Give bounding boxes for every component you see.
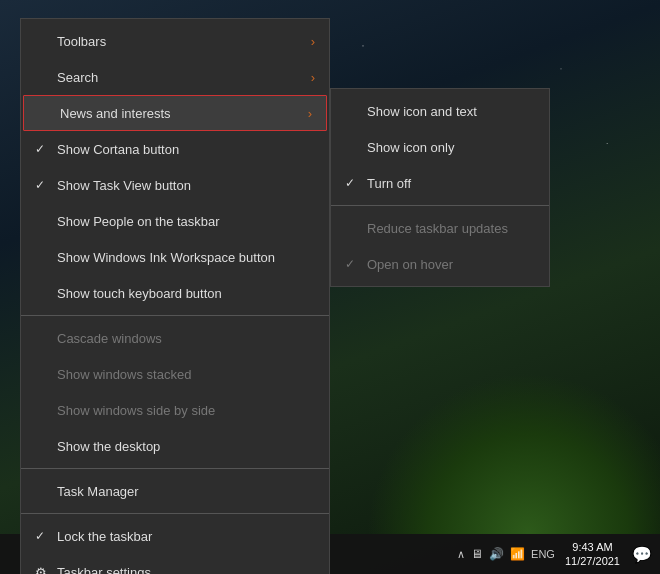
menu-item-show-people[interactable]: Show People on the taskbar [21, 203, 329, 239]
tray-battery-icon: 🖥 [471, 547, 483, 561]
menu-item-stacked-label: Show windows stacked [57, 367, 191, 382]
submenu-item-icon-only[interactable]: Show icon only [331, 129, 549, 165]
menu-item-toolbars[interactable]: Toolbars › [21, 23, 329, 59]
tray-lang-label[interactable]: ENG [531, 548, 555, 560]
context-menu-sub: Show icon and text Show icon only ✓ Turn… [330, 88, 550, 287]
menu-item-cascade: Cascade windows [21, 320, 329, 356]
submenu-item-turn-off[interactable]: ✓ Turn off [331, 165, 549, 201]
notification-icon[interactable]: 💬 [632, 545, 652, 564]
menu-item-settings-label: Taskbar settings [57, 565, 151, 575]
submenu-item-open-hover: ✓ Open on hover [331, 246, 549, 282]
tray-network-icon[interactable]: 📶 [510, 547, 525, 561]
menu-item-toolbars-label: Toolbars [57, 34, 106, 49]
separator-1 [21, 315, 329, 316]
submenu-item-icon-text[interactable]: Show icon and text [331, 93, 549, 129]
hover-check-icon: ✓ [345, 257, 355, 271]
menu-item-task-manager[interactable]: Task Manager [21, 473, 329, 509]
menu-item-sidebyside-label: Show windows side by side [57, 403, 215, 418]
context-menu-main: Toolbars › Search › News and interests ›… [20, 18, 330, 574]
menu-item-lock-taskbar[interactable]: ✓ Lock the taskbar [21, 518, 329, 554]
separator-3 [21, 513, 329, 514]
tray-chevron-icon[interactable]: ∧ [457, 548, 465, 561]
gear-icon: ⚙ [35, 565, 47, 575]
menu-item-search[interactable]: Search › [21, 59, 329, 95]
menu-item-ink-label: Show Windows Ink Workspace button [57, 250, 275, 265]
menu-item-show-ink[interactable]: Show Windows Ink Workspace button [21, 239, 329, 275]
menu-item-cascade-label: Cascade windows [57, 331, 162, 346]
menu-item-lock-label: Lock the taskbar [57, 529, 152, 544]
menu-item-taskmanager-label: Task Manager [57, 484, 139, 499]
menu-item-people-label: Show People on the taskbar [57, 214, 220, 229]
menu-item-touch-label: Show touch keyboard button [57, 286, 222, 301]
submenu-separator [331, 205, 549, 206]
menu-item-cortana-label: Show Cortana button [57, 142, 179, 157]
submenu-icon-text-label: Show icon and text [367, 104, 477, 119]
menu-item-show-desktop[interactable]: Show the desktop [21, 428, 329, 464]
menu-item-search-label: Search [57, 70, 98, 85]
tray-volume-icon[interactable]: 🔊 [489, 547, 504, 561]
menu-item-show-taskview[interactable]: ✓ Show Task View button [21, 167, 329, 203]
lock-check-icon: ✓ [35, 529, 45, 543]
menu-item-news-label: News and interests [60, 106, 171, 121]
system-tray: ∧ 🖥 🔊 📶 ENG 9:43 AM 11/27/2021 💬 [457, 540, 652, 569]
submenu-hover-label: Open on hover [367, 257, 453, 272]
separator-2 [21, 468, 329, 469]
menu-item-show-touch[interactable]: Show touch keyboard button [21, 275, 329, 311]
menu-item-stacked: Show windows stacked [21, 356, 329, 392]
menu-item-taskbar-settings[interactable]: ⚙ Taskbar settings [21, 554, 329, 574]
taskview-check-icon: ✓ [35, 178, 45, 192]
submenu-turn-off-label: Turn off [367, 176, 411, 191]
menu-item-news-interests[interactable]: News and interests › [23, 95, 327, 131]
menu-item-desktop-label: Show the desktop [57, 439, 160, 454]
toolbars-arrow-icon: › [311, 34, 315, 49]
taskbar-clock[interactable]: 9:43 AM 11/27/2021 [565, 540, 620, 569]
search-arrow-icon: › [311, 70, 315, 85]
turnoff-check-icon: ✓ [345, 176, 355, 190]
clock-time: 9:43 AM [572, 540, 612, 554]
news-arrow-icon: › [308, 106, 312, 121]
cortana-check-icon: ✓ [35, 142, 45, 156]
submenu-item-reduce-updates: Reduce taskbar updates [331, 210, 549, 246]
submenu-icon-only-label: Show icon only [367, 140, 454, 155]
menu-item-show-cortana[interactable]: ✓ Show Cortana button [21, 131, 329, 167]
submenu-reduce-label: Reduce taskbar updates [367, 221, 508, 236]
menu-item-side-by-side: Show windows side by side [21, 392, 329, 428]
clock-date: 11/27/2021 [565, 554, 620, 568]
menu-item-taskview-label: Show Task View button [57, 178, 191, 193]
